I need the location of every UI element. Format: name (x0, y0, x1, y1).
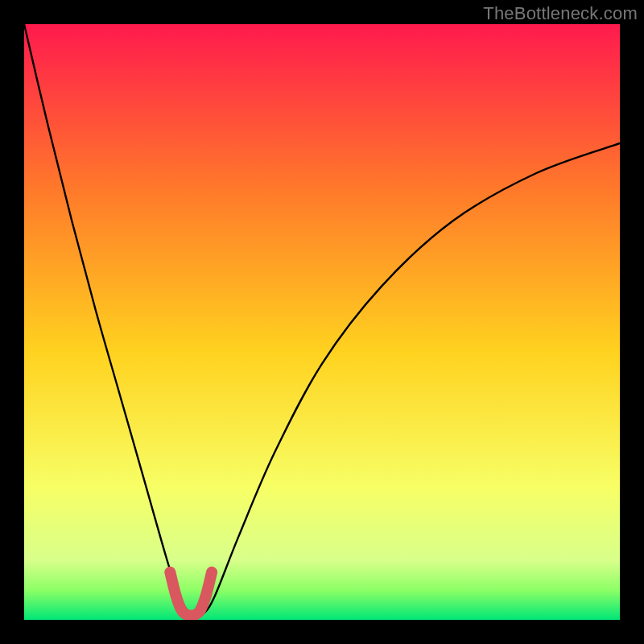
plot-area (24, 24, 620, 620)
curve-layer (24, 24, 620, 620)
highlight-valley (170, 572, 212, 616)
watermark-text: TheBottleneck.com (483, 3, 638, 24)
chart-frame: TheBottleneck.com (0, 0, 644, 644)
bottleneck-curve (24, 24, 620, 616)
